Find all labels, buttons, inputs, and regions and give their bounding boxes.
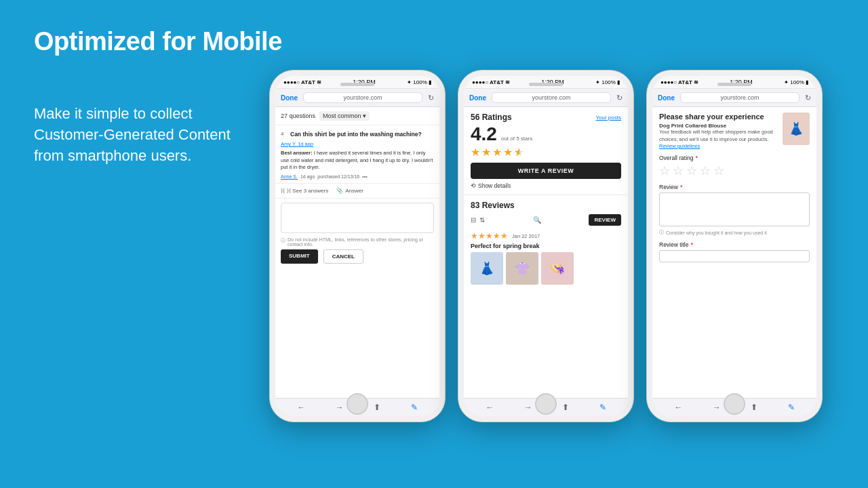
phone-write-review: ●●●●○ AT&T ≋ 1:20 PM ✦ 100% ▮ Done yours… xyxy=(646,70,823,422)
qa-question-row: 4 Can this shirt be put into the washing… xyxy=(281,131,434,138)
phone-home-3[interactable] xyxy=(724,393,745,415)
refresh-button-1[interactable]: ↻ xyxy=(428,94,434,102)
phone-inner-1: ●●●●○ AT&T ≋ 1:20 PM ✦ 100% ▮ Done yours… xyxy=(275,76,439,416)
reviews-content: 56 Ratings Your posts 4.2 out of 5 stars… xyxy=(464,107,628,398)
star-half: ★ ★ xyxy=(514,146,524,159)
submit-button[interactable]: SUBMIT xyxy=(281,249,318,264)
refresh-button-2[interactable]: ↻ xyxy=(616,94,623,102)
url-bar-1[interactable]: yourstore.com xyxy=(303,92,422,103)
qa-answer-text: Best answer: I have washed it several ti… xyxy=(281,150,434,171)
review-image-1: 👗 xyxy=(471,252,503,285)
url-bar-2[interactable]: yourstore.com xyxy=(492,92,611,103)
forward-nav-3[interactable]: → xyxy=(713,403,721,412)
reviews-filter-row: ⊟ ⇅ 🔍 REVIEW xyxy=(471,214,621,226)
qa-see-answers-row: ⟩⟨ ⟩⟨ See 3 answers 📎 Answer xyxy=(275,184,439,199)
done-button-2[interactable]: Done xyxy=(469,94,486,102)
reviews-section: 83 Reviews ⊟ ⇅ 🔍 REVIEW ★★★★★ Jan 22 xyxy=(464,195,628,285)
answer-label: Answer xyxy=(345,188,363,194)
share-icon-2[interactable]: ⬆ xyxy=(562,403,569,412)
review-item-date: Jan 22 2017 xyxy=(512,233,540,239)
review-label-text: Review xyxy=(659,184,678,190)
back-nav-3[interactable]: ← xyxy=(674,403,682,412)
wr-product-desc: Your feedback will help other shoppers m… xyxy=(659,129,777,143)
page-title: Optimized for Mobile xyxy=(34,27,834,56)
phone-qa: ●●●●○ AT&T ≋ 1:20 PM ✦ 100% ▮ Done yours… xyxy=(269,70,446,422)
input-star-1[interactable]: ☆ xyxy=(659,163,670,178)
review-images: 👗 👚 👒 xyxy=(471,252,621,285)
show-details-icon: ⟲ xyxy=(471,182,476,189)
your-posts-link[interactable]: Your posts xyxy=(595,115,621,121)
review-title-required: * xyxy=(690,241,693,248)
ratings-summary: 56 Ratings Your posts 4.2 out of 5 stars… xyxy=(464,107,628,195)
reviews-count-title: 83 Reviews xyxy=(471,201,621,210)
see-answers-link[interactable]: ⟩⟨ ⟩⟨ See 3 answers xyxy=(281,188,328,194)
phone-inner-3: ●●●●○ AT&T ≋ 1:20 PM ✦ 100% ▮ Done yours… xyxy=(652,76,816,416)
wr-form: Please share your experience Dog Print C… xyxy=(652,107,816,268)
input-star-4[interactable]: ☆ xyxy=(700,163,711,178)
browser-bar-3: Done yourstore.com ↻ xyxy=(652,89,816,107)
star-2: ★ xyxy=(481,146,492,159)
input-star-3[interactable]: ☆ xyxy=(686,163,697,178)
done-button-3[interactable]: Done xyxy=(658,94,675,102)
phone-speaker-1 xyxy=(340,83,374,86)
review-button[interactable]: REVIEW xyxy=(589,214,621,226)
qa-answer-date: 1d ago xyxy=(300,174,315,179)
review-image-3-inner: 👒 xyxy=(541,252,574,285)
wr-product-image: 👗 xyxy=(783,113,810,145)
phone-speaker-3 xyxy=(717,83,751,86)
refresh-button-3[interactable]: ↻ xyxy=(805,94,811,102)
info-icon-1: ⓘ xyxy=(281,237,285,244)
score-sub: out of 5 stars xyxy=(501,136,532,142)
input-star-5[interactable]: ☆ xyxy=(713,163,724,178)
write-review-content: Please share your experience Dog Print C… xyxy=(652,107,816,398)
write-review-button[interactable]: WRITE A REVIEW xyxy=(471,163,621,179)
phone-speaker-2 xyxy=(529,83,563,86)
phone-inner-2: ●●●●○ AT&T ≋ 1:20 PM ✦ 100% ▮ Done yours… xyxy=(464,76,628,416)
share-icon-1[interactable]: ⬆ xyxy=(374,403,380,412)
star-rating-input[interactable]: ☆ ☆ ☆ ☆ ☆ xyxy=(659,163,810,178)
forward-nav-1[interactable]: → xyxy=(336,403,344,412)
cancel-button[interactable]: CANCEL xyxy=(323,249,363,264)
back-nav-2[interactable]: ← xyxy=(486,403,494,412)
status-left-3: ●●●●○ AT&T ≋ xyxy=(660,79,698,85)
qa-purchased: purchased 12/13/16 xyxy=(317,174,359,179)
review-image-1-inner: 👗 xyxy=(471,252,503,285)
filter-icon-2[interactable]: ⇅ xyxy=(479,216,485,224)
review-guidelines-link[interactable]: Review guidelines xyxy=(659,143,777,149)
answer-link[interactable]: 📎 Answer xyxy=(336,188,363,194)
done-button-1[interactable]: Done xyxy=(281,94,298,102)
share-icon-3[interactable]: ⬆ xyxy=(751,403,757,412)
search-icon[interactable]: 🔍 xyxy=(533,216,541,224)
review-title-label-row: Review title * xyxy=(659,241,810,248)
back-nav-1[interactable]: ← xyxy=(297,403,305,412)
review-title-input[interactable] xyxy=(659,250,810,262)
input-star-2[interactable]: ☆ xyxy=(673,163,684,178)
status-left-1: ●●●●○ AT&T ≋ xyxy=(283,79,321,85)
url-bar-3[interactable]: yourstore.com xyxy=(680,92,800,103)
bookmark-icon-2[interactable]: ✎ xyxy=(599,403,606,412)
review-title-label-text: Review title xyxy=(659,241,688,248)
filter-icon-1[interactable]: ⊟ xyxy=(471,216,476,224)
review-item-stars: ★★★★★ xyxy=(471,231,508,241)
overall-label-text: Overall rating xyxy=(659,155,694,161)
disclaimer-text: Do not include HTML, links, references t… xyxy=(288,237,434,247)
phone-home-1[interactable] xyxy=(347,393,368,415)
qa-answerer-name: Anne S. xyxy=(281,174,298,179)
content-area: Make it simple to collect Customer-Gener… xyxy=(34,70,834,468)
browser-bar-2: Done yourstore.com ↻ xyxy=(464,89,628,107)
qa-textarea[interactable] xyxy=(281,203,434,233)
status-left-2: ●●●●○ AT&T ≋ xyxy=(472,79,510,85)
ratings-title-row: 56 Ratings Your posts xyxy=(471,113,621,122)
status-right-3: ✦ 100% ▮ xyxy=(784,79,808,85)
show-details-label: Show details xyxy=(478,182,511,189)
forward-nav-2[interactable]: → xyxy=(524,403,532,412)
see-answers-icon: ⟩⟨ xyxy=(281,188,285,194)
qa-filter-dropdown[interactable]: Most common ▾ xyxy=(319,111,370,121)
phone-reviews: ●●●●○ AT&T ≋ 1:20 PM ✦ 100% ▮ Done yours… xyxy=(458,70,634,422)
review-textarea[interactable] xyxy=(659,192,810,226)
bookmark-icon-1[interactable]: ✎ xyxy=(411,403,418,412)
phone-home-2[interactable] xyxy=(535,393,557,415)
bookmark-icon-3[interactable]: ✎ xyxy=(788,403,795,412)
show-details-link[interactable]: ⟲ Show details xyxy=(471,182,621,189)
review-image-2: 👚 xyxy=(506,252,538,285)
